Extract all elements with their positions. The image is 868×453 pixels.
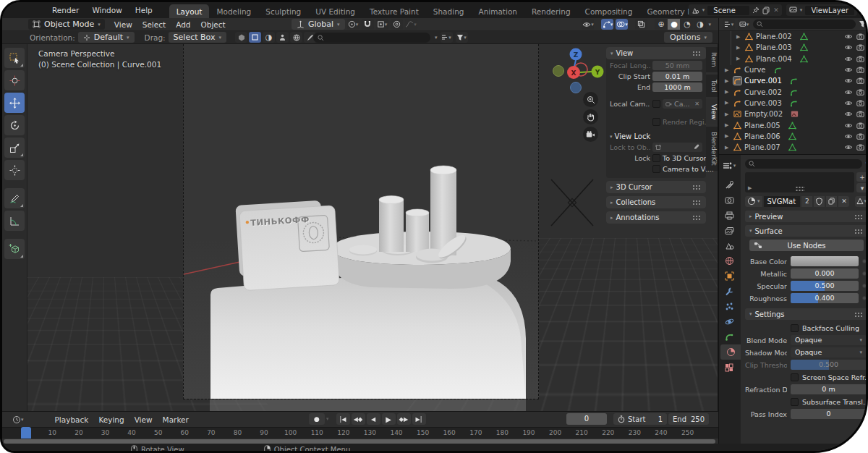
- measure-tool[interactable]: [4, 211, 25, 231]
- options-button[interactable]: Options ▾: [664, 32, 712, 43]
- funnel-filter-icon[interactable]: [859, 20, 867, 28]
- prev-keyframe-button[interactable]: ◀◆: [352, 413, 365, 425]
- backface-culling-checkbox[interactable]: [791, 324, 799, 332]
- animate-dot[interactable]: [862, 271, 867, 276]
- object-data-icon[interactable]: [788, 132, 796, 140]
- outliner-row[interactable]: ▶ Plane.003: [719, 42, 868, 53]
- viewport-menu-item[interactable]: Object: [195, 20, 230, 29]
- camera-render-visibility-icon[interactable]: [856, 67, 866, 73]
- asset-hex-icon[interactable]: [235, 32, 247, 43]
- view-layer-tab[interactable]: [719, 223, 739, 238]
- rotate-tool[interactable]: [4, 115, 25, 135]
- select-box-tool[interactable]: [4, 48, 25, 68]
- topbar-menu-item[interactable]: Help: [129, 6, 159, 14]
- tool-tab[interactable]: [719, 177, 739, 192]
- object-data-icon[interactable]: [800, 33, 808, 41]
- resize-grip[interactable]: [795, 186, 804, 191]
- view-lock-title[interactable]: View Lock: [615, 132, 651, 140]
- viewlayer-selector[interactable]: ▾ ViewLayer: [786, 4, 857, 16]
- object-tab[interactable]: [719, 268, 739, 284]
- object-data-icon[interactable]: [800, 55, 808, 63]
- outliner-row[interactable]: ▶ Plane.005: [719, 119, 868, 130]
- animate-dot[interactable]: [862, 284, 867, 288]
- n-panel-tab[interactable]: BlenderKit: [706, 127, 718, 171]
- material-shading-button[interactable]: ◔: [681, 19, 693, 30]
- material-link-dropdown[interactable]: ▾: [855, 196, 868, 207]
- list-filter-dropdown[interactable]: ▾: [441, 32, 453, 43]
- n-panel-tab[interactable]: Tool: [706, 75, 718, 97]
- texture-tab[interactable]: [719, 360, 739, 375]
- navigation-gizmo[interactable]: Z X Y: [548, 46, 613, 102]
- object-icon[interactable]: [733, 110, 741, 118]
- expand-triangle-icon[interactable]: ▶: [725, 100, 731, 106]
- subsurface-translucency-checkbox[interactable]: [791, 398, 799, 406]
- pin-icon[interactable]: [752, 7, 760, 14]
- outliner-search-input[interactable]: [753, 20, 856, 29]
- blend-mode-dropdown[interactable]: Opaque▾: [791, 335, 867, 345]
- viewport-menu-item[interactable]: Select: [137, 20, 171, 29]
- object-data-icon[interactable]: [788, 122, 796, 130]
- expand-triangle-icon[interactable]: ▶: [725, 111, 731, 117]
- timeline-menu-item[interactable]: Keying: [93, 415, 129, 424]
- play-button[interactable]: ▶: [382, 413, 396, 425]
- expand-triangle-icon[interactable]: ▶: [725, 67, 731, 73]
- collapsed-panel-header[interactable]: ▸3D Cursor: [606, 181, 706, 193]
- preview-panel-header[interactable]: ▸Preview: [745, 211, 868, 222]
- pan-hand-button[interactable]: [583, 109, 598, 124]
- expand-triangle-icon[interactable]: ▶: [736, 45, 742, 51]
- asset-scene-icon[interactable]: [290, 32, 302, 43]
- camera-render-visibility-icon[interactable]: [856, 100, 866, 106]
- xray-toggle[interactable]: [635, 19, 647, 30]
- timeline-menu-item[interactable]: Marker: [158, 415, 194, 424]
- specular-slider[interactable]: 0.500: [791, 281, 859, 291]
- world-tab[interactable]: [719, 253, 739, 268]
- workspace-tab[interactable]: UV Editing: [308, 4, 362, 18]
- object-icon[interactable]: [733, 99, 741, 107]
- workspace-tab[interactable]: Texture Paint: [362, 4, 426, 18]
- timeline-menu-item[interactable]: Playback: [50, 415, 94, 424]
- add-cube-tool[interactable]: [4, 239, 25, 259]
- clip-threshold-slider[interactable]: 0.500: [791, 360, 867, 370]
- camera-to-view-checkbox[interactable]: [652, 165, 660, 173]
- render-region-checkbox[interactable]: [652, 118, 660, 126]
- scene-name-field[interactable]: Scene: [707, 6, 749, 15]
- roughness-slider[interactable]: 0.400: [791, 293, 859, 303]
- zoom-button[interactable]: [583, 92, 598, 107]
- camera-render-visibility-icon[interactable]: [856, 89, 866, 96]
- frame-end-field[interactable]: End 250: [668, 413, 709, 425]
- outliner-row[interactable]: ▶ Plane.006: [719, 131, 868, 142]
- eye-visibility-icon[interactable]: [844, 100, 854, 106]
- jump-to-end-button[interactable]: ▶|: [412, 413, 426, 425]
- unlink-icon[interactable]: ✕: [773, 7, 779, 14]
- viewport-menu-item[interactable]: Add: [171, 20, 195, 29]
- filter-collection-dropdown[interactable]: ▾: [738, 19, 750, 30]
- falloff-curve-dropdown[interactable]: ▾: [405, 19, 417, 30]
- viewlayer-name-field[interactable]: ViewLayer: [805, 6, 854, 15]
- outliner-row[interactable]: ▶ Curve.003: [719, 98, 868, 109]
- panel-grip[interactable]: [854, 312, 864, 317]
- focal-length-field[interactable]: 50 mm: [652, 61, 702, 70]
- local-camera-checkbox[interactable]: [652, 100, 660, 108]
- eye-visibility-icon[interactable]: [844, 77, 854, 84]
- object-data-icon[interactable]: [800, 43, 808, 51]
- move-tool[interactable]: [4, 93, 25, 113]
- object-icon[interactable]: [745, 43, 753, 51]
- eye-visibility-icon[interactable]: [844, 133, 854, 140]
- browse-material-button[interactable]: ▾: [745, 196, 762, 207]
- object-data-icon[interactable]: [790, 77, 798, 85]
- topbar-menu-item[interactable]: Window: [85, 6, 128, 14]
- clip-end-field[interactable]: 1000 m: [652, 82, 702, 92]
- frame-ruler[interactable]: 1020304050607080901001101201301401501601…: [2, 427, 718, 439]
- outliner-row[interactable]: ▶ Plane.007: [719, 142, 868, 153]
- mode-dropdown[interactable]: Object Mode ▾: [28, 19, 105, 30]
- eye-visibility-icon[interactable]: [844, 56, 854, 62]
- next-keyframe-button[interactable]: ◆▶: [397, 413, 411, 425]
- object-icon[interactable]: [733, 122, 741, 130]
- n-panel-tab[interactable]: View: [706, 99, 718, 124]
- panel-grip[interactable]: [692, 185, 702, 190]
- eye-visibility-icon[interactable]: [844, 89, 854, 96]
- physics-tab[interactable]: [719, 314, 739, 329]
- object-data-icon[interactable]: [790, 99, 798, 107]
- scale-tool[interactable]: [4, 137, 25, 158]
- eye-visibility-icon[interactable]: [844, 111, 854, 117]
